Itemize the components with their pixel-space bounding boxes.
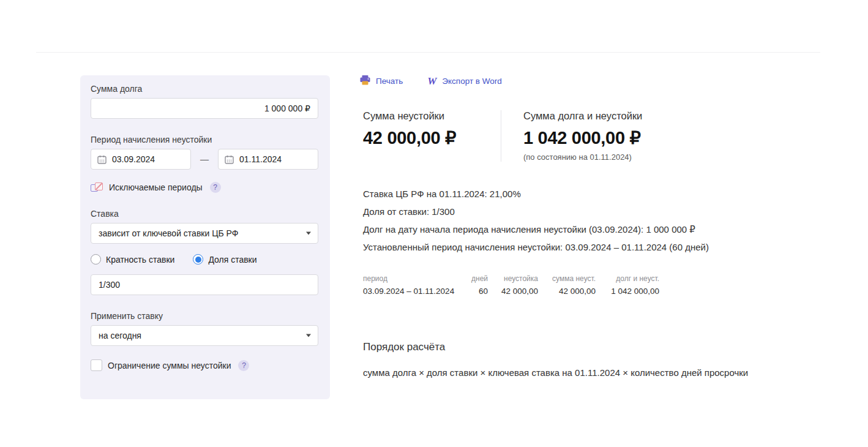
rate-select-value: зависит от ключевой ставки ЦБ РФ <box>99 228 238 238</box>
period-from-value: 03.09.2024 <box>112 154 155 164</box>
debt-amount-label: Сумма долга <box>91 84 318 94</box>
periods-table-header-row: период дней неустойка сумма неуст. долг … <box>363 274 659 287</box>
total-sum-block: Сумма долга и неустойки 1 042 000,00 ₽ (… <box>501 110 642 162</box>
cell-days: 60 <box>463 287 488 296</box>
penalty-limit-label: Ограничение суммы неустойки <box>108 361 231 370</box>
detail-line: Долг на дату начала периода начисления н… <box>363 220 709 238</box>
calendar-icon <box>225 155 234 164</box>
period-label: Период начисления неустойки <box>91 135 318 145</box>
rate-label: Ставка <box>91 209 318 219</box>
detail-line: Доля от ставки: 1/300 <box>363 203 709 220</box>
excluded-periods-toggle[interactable]: Исключаемые периоды ? <box>91 182 318 193</box>
rate-share-input[interactable] <box>91 274 318 295</box>
cell-penalty-sum: 42 000,00 <box>538 287 596 296</box>
rate-mode-multiplier-radio[interactable]: Кратность ставки <box>91 254 174 265</box>
excluded-periods-help-icon[interactable]: ? <box>210 182 221 193</box>
radio-icon <box>91 254 101 265</box>
col-header-period: период <box>363 274 463 287</box>
rate-mode-radio-group: Кратность ставки Доля ставки <box>91 254 318 265</box>
export-word-button[interactable]: W Экспорт в Word <box>427 76 502 86</box>
summary-block: Сумма неустойки 42 000,00 ₽ Сумма долга … <box>363 110 642 162</box>
excluded-periods-label: Исключаемые периоды <box>109 182 203 192</box>
calculator-form-panel: Сумма долга Период начисления неустойки … <box>80 75 330 399</box>
penalty-limit-help-icon[interactable]: ? <box>238 360 249 371</box>
calendar-icon <box>97 155 107 164</box>
chevron-down-icon <box>306 232 311 235</box>
period-dash: — <box>191 154 218 164</box>
period-to-value: 01.11.2024 <box>239 154 282 164</box>
page-top-divider <box>36 52 820 53</box>
print-label: Печать <box>376 77 403 86</box>
penalty-sum-value: 42 000,00 ₽ <box>363 127 501 148</box>
print-button[interactable]: Печать <box>360 75 403 87</box>
total-sum-label: Сумма долга и неустойки <box>523 110 642 122</box>
col-header-days: дней <box>463 274 488 287</box>
cell-period: 03.09.2024 – 01.11.2024 <box>363 287 463 296</box>
rate-mode-multiplier-label: Кратность ставки <box>106 255 174 265</box>
detail-line: Ставка ЦБ РФ на 01.11.2024: 21,00% <box>363 185 709 203</box>
cell-debt-and-penalty: 1 042 000,00 <box>596 287 659 296</box>
rate-mode-share-radio[interactable]: Доля ставки <box>193 254 256 265</box>
apply-rate-label: Применить ставку <box>91 311 318 321</box>
apply-rate-select-value: на сегодня <box>99 331 141 340</box>
calculation-order-title: Порядок расчёта <box>363 341 445 353</box>
printer-icon <box>360 75 370 87</box>
penalty-limit-checkbox[interactable] <box>91 359 102 371</box>
export-word-label: Экспорт в Word <box>442 77 501 86</box>
excluded-periods-icon <box>91 182 103 193</box>
col-header-debt-and-penalty: долг и неуст. <box>596 274 659 287</box>
word-icon: W <box>427 76 436 86</box>
cell-penalty: 42 000,00 <box>488 287 538 296</box>
chevron-down-icon <box>306 334 311 337</box>
table-row: 03.09.2024 – 01.11.2024 60 42 000,00 42 … <box>363 287 659 296</box>
debt-amount-input[interactable] <box>91 98 318 119</box>
period-date-row: 03.09.2024 — 01.11.2024 <box>91 149 318 170</box>
radio-icon <box>193 254 203 265</box>
total-sum-value: 1 042 000,00 ₽ <box>523 127 642 148</box>
total-sum-note: (по состоянию на 01.11.2024) <box>523 152 642 162</box>
penalty-sum-block: Сумма неустойки 42 000,00 ₽ <box>363 110 501 162</box>
calculation-details: Ставка ЦБ РФ на 01.11.2024: 21,00% Доля … <box>363 185 709 256</box>
col-header-penalty: неустойка <box>488 274 538 287</box>
rate-select[interactable]: зависит от ключевой ставки ЦБ РФ <box>91 223 318 244</box>
col-header-penalty-sum: сумма неуст. <box>538 274 596 287</box>
results-toolbar: Печать W Экспорт в Word <box>360 75 502 87</box>
period-from-input[interactable]: 03.09.2024 <box>91 149 191 170</box>
penalty-sum-label: Сумма неустойки <box>363 110 501 122</box>
apply-rate-select[interactable]: на сегодня <box>91 325 318 346</box>
rate-mode-share-label: Доля ставки <box>208 255 256 265</box>
periods-table: период дней неустойка сумма неуст. долг … <box>363 274 659 296</box>
calculation-formula: сумма долга × доля ставки × ключевая ста… <box>363 365 785 380</box>
detail-line: Установленный период начисления неустойк… <box>363 238 709 256</box>
penalty-limit-row: Ограничение суммы неустойки ? <box>91 359 318 371</box>
period-to-input[interactable]: 01.11.2024 <box>218 149 318 170</box>
